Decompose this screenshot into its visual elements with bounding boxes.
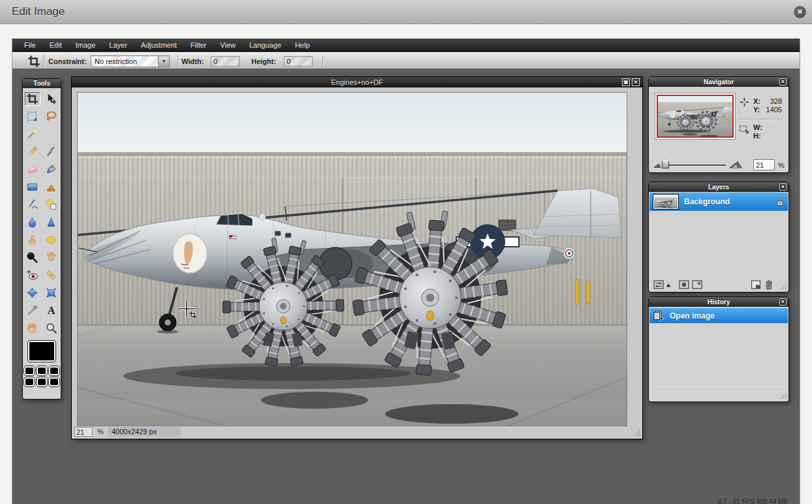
picker-icon — [26, 304, 39, 317]
window-close-button[interactable]: ✕ — [632, 78, 640, 86]
tool-clone[interactable] — [44, 180, 59, 194]
tool-heal[interactable] — [44, 268, 59, 282]
menu-item-adjustment[interactable]: Adjustment — [141, 41, 177, 49]
layers-title[interactable]: Layers — [649, 182, 789, 192]
width-label: Width: — [181, 57, 204, 65]
image-dimensions: 4000x2429 px — [108, 427, 181, 437]
swatch[interactable] — [49, 377, 59, 386]
zoom-slider-thumb[interactable] — [662, 159, 669, 168]
lock-icon[interactable] — [775, 197, 785, 206]
tool-type[interactable] — [44, 304, 59, 317]
tool-zoom[interactable] — [44, 321, 59, 335]
menu-item-image[interactable]: Image — [76, 41, 96, 49]
tool-eraser[interactable] — [25, 163, 40, 176]
tool-bloat[interactable] — [25, 286, 40, 300]
document-title: Engines+no+DF — [72, 77, 642, 87]
menu-item-layer[interactable]: Layer — [109, 41, 127, 49]
menu-item-view[interactable]: View — [220, 41, 236, 49]
new-layer-icon[interactable] — [751, 279, 761, 290]
canvas-area[interactable] — [77, 92, 627, 426]
swatch[interactable] — [37, 366, 47, 375]
menu-item-filter[interactable]: Filter — [191, 41, 206, 49]
move-icon — [45, 93, 57, 105]
zoom-in-icon[interactable] — [729, 160, 742, 169]
height-field[interactable] — [284, 56, 313, 67]
layer-settings-icon[interactable] — [653, 279, 664, 290]
swatch[interactable] — [24, 377, 35, 386]
menu-item-edit[interactable]: Edit — [50, 41, 62, 49]
tool-dodge[interactable] — [25, 251, 40, 264]
menu-item-help[interactable]: Help — [295, 41, 310, 49]
close-icon: × — [798, 7, 803, 16]
menu-item-language[interactable]: Language — [249, 41, 281, 49]
zoom-out-icon[interactable] — [653, 161, 663, 169]
swatch[interactable] — [49, 366, 59, 375]
dialog-close-button[interactable]: × — [794, 6, 806, 18]
tool-sharpen[interactable] — [44, 215, 59, 229]
workspace: Tools Engines+no+DF ▣ ✕ — [12, 69, 800, 504]
menu-item-file[interactable]: File — [24, 41, 36, 49]
navigator-title[interactable]: Navigator — [649, 77, 789, 87]
photo-scene — [78, 93, 627, 426]
wand-icon — [26, 128, 39, 140]
dialog-titlebar[interactable]: Edit Image × — [0, 0, 812, 24]
swatch[interactable] — [24, 366, 35, 375]
navigator-zoom-field[interactable] — [753, 159, 775, 170]
panel-close-button[interactable]: × — [779, 78, 787, 86]
tool-sponge[interactable] — [44, 233, 59, 247]
tool-move[interactable] — [44, 92, 59, 106]
history-title[interactable]: History — [649, 297, 789, 307]
document-titlebar[interactable]: Engines+no+DF ▣ ✕ — [72, 77, 642, 87]
y-value: 1405 — [753, 106, 782, 114]
navigator-thumbnail[interactable] — [655, 93, 736, 140]
tool-marquee[interactable] — [25, 110, 40, 123]
crop-icon — [27, 55, 41, 68]
tool-pencil[interactable] — [25, 145, 40, 159]
tool-redeye[interactable] — [25, 268, 40, 282]
tool-burn[interactable] — [44, 251, 59, 264]
tool-colorreplace[interactable] — [25, 198, 40, 212]
foreground-color-swatch[interactable] — [28, 341, 55, 362]
width-field[interactable] — [211, 56, 240, 67]
astrodome — [259, 213, 266, 220]
resize-grip[interactable] — [779, 392, 787, 400]
tool-hand[interactable] — [25, 321, 40, 335]
tool-gradient[interactable] — [25, 180, 40, 194]
tool-lasso[interactable] — [44, 110, 59, 123]
constraint-dropdown[interactable]: No restriction ▼ — [91, 55, 170, 67]
canvas-image[interactable] — [78, 93, 627, 426]
tool-blur[interactable] — [25, 215, 40, 229]
tool-picker[interactable] — [25, 304, 40, 317]
resize-grip[interactable] — [779, 283, 787, 291]
zoom-level-field[interactable] — [74, 427, 93, 437]
selection-size-icon — [739, 124, 749, 134]
hand-icon — [26, 322, 39, 334]
layer-row-background[interactable]: Background — [649, 193, 788, 211]
tool-bucket[interactable] — [44, 163, 59, 176]
layer-styles-icon[interactable] — [692, 279, 702, 290]
tool-wand[interactable] — [25, 127, 40, 141]
maximize-button[interactable]: ▣ — [622, 78, 630, 86]
panel-close-button[interactable]: × — [779, 183, 787, 191]
layer-name: Background — [684, 197, 775, 206]
tool-crop[interactable] — [25, 92, 40, 106]
triangle-up-icon[interactable] — [666, 283, 671, 287]
history-item-open-image[interactable]: Open image — [649, 308, 788, 323]
brush-icon — [45, 146, 57, 158]
divider — [739, 119, 782, 119]
delete-layer-icon[interactable] — [764, 279, 774, 290]
panel-close-button[interactable]: × — [779, 298, 787, 306]
add-layer-mask-icon[interactable] — [679, 279, 689, 290]
resize-grip[interactable] — [633, 429, 641, 437]
tool-pinch[interactable] — [44, 286, 59, 300]
separator — [178, 55, 179, 67]
tools-palette-title[interactable]: Tools — [23, 79, 61, 88]
smudge-icon — [26, 234, 39, 246]
zoom-slider-track[interactable] — [664, 165, 726, 166]
tool-smudge[interactable] — [25, 233, 40, 247]
mini-swatches — [23, 366, 61, 386]
swatch[interactable] — [37, 377, 47, 386]
tool-brush[interactable] — [44, 145, 59, 159]
chevron-down-icon[interactable]: ▼ — [158, 56, 169, 67]
tool-shape[interactable] — [44, 198, 59, 212]
